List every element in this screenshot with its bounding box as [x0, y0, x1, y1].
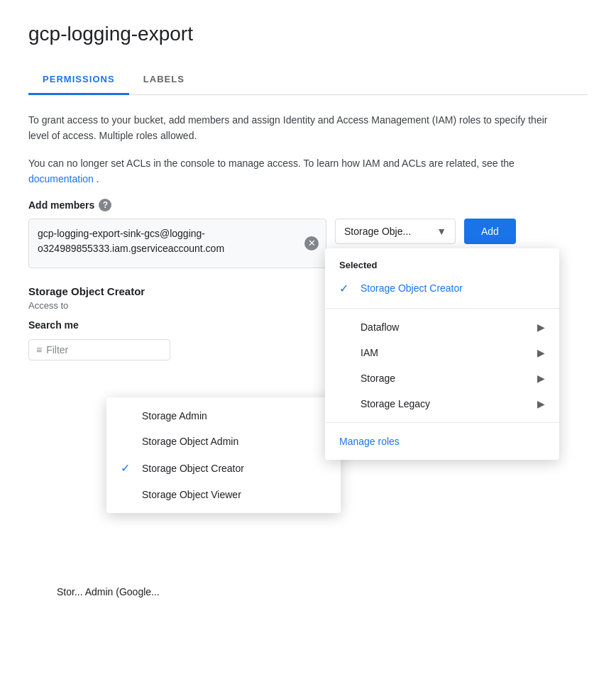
check-icon: ✓ — [339, 282, 353, 295]
page-title: gcp-logging-export — [28, 23, 588, 45]
help-icon[interactable]: ? — [99, 199, 111, 211]
dropdown-item-storage-legacy[interactable]: Storage Legacy ▶ — [325, 391, 559, 417]
member-input-text: gcp-logging-export-sink-gcs@logging-o324… — [38, 228, 224, 254]
chevron-down-icon: ▼ — [436, 226, 446, 237]
dropdown-selected-label: Selected — [325, 254, 559, 275]
description-line2: You can no longer set ACLs in the consol… — [28, 155, 568, 187]
left-dropdown-storage-admin[interactable]: Storage Admin — [106, 403, 341, 429]
role-selector[interactable]: Storage Obje... ▼ — [335, 219, 456, 244]
add-button[interactable]: Add — [464, 219, 516, 244]
bottom-truncated-item: Stor... Admin (Google... — [28, 580, 588, 603]
dropdown-selected-role[interactable]: ✓ Storage Object Creator — [325, 275, 559, 302]
left-dropdown-storage-object-admin[interactable]: Storage Object Admin — [106, 429, 341, 454]
filter-placeholder: Filter — [46, 344, 68, 356]
role-dropdown: Selected ✓ Storage Object Creator Datafl… — [325, 248, 559, 460]
dropdown-item-iam[interactable]: IAM ▶ — [325, 340, 559, 365]
description-line1: To grant access to your bucket, add memb… — [28, 112, 568, 144]
role-selector-text: Storage Obje... — [344, 226, 431, 237]
members-row: gcp-logging-export-sink-gcs@logging-o324… — [28, 219, 588, 268]
tab-labels[interactable]: LABELS — [129, 65, 199, 95]
check-icon-left: ✓ — [121, 461, 135, 475]
dropdown-divider-2 — [325, 422, 559, 423]
left-dropdown-storage-object-creator[interactable]: ✓ Storage Object Creator — [106, 454, 341, 482]
tab-content-permissions: To grant access to your bucket, add memb… — [28, 95, 588, 620]
tabs-bar: PERMISSIONS LABELS — [28, 65, 588, 95]
dropdown-item-storage[interactable]: Storage ▶ — [325, 365, 559, 391]
dropdown-divider-1 — [325, 308, 559, 309]
chevron-right-icon-dataflow: ▶ — [537, 321, 545, 333]
page-container: gcp-logging-export PERMISSIONS LABELS To… — [0, 0, 616, 620]
storage-submenu-dropdown: Storage Admin Storage Object Admin ✓ Sto… — [106, 397, 341, 513]
chevron-right-icon-storage: ▶ — [537, 373, 545, 384]
clear-icon[interactable]: ✕ — [304, 236, 319, 250]
chevron-right-icon-storage-legacy: ▶ — [537, 398, 545, 409]
filter-input[interactable]: ≡ Filter — [28, 339, 170, 360]
manage-roles-link[interactable]: Manage roles — [325, 429, 559, 454]
tab-permissions[interactable]: PERMISSIONS — [28, 65, 129, 95]
add-members-label: Add members ? — [28, 199, 588, 211]
left-dropdown-storage-object-viewer[interactable]: Storage Object Viewer — [106, 482, 341, 507]
documentation-link[interactable]: documentation — [28, 173, 94, 184]
dropdown-item-dataflow[interactable]: Dataflow ▶ — [325, 314, 559, 340]
chevron-right-icon-iam: ▶ — [537, 347, 545, 358]
filter-icon: ≡ — [36, 344, 42, 356]
member-input-box[interactable]: gcp-logging-export-sink-gcs@logging-o324… — [28, 219, 326, 268]
